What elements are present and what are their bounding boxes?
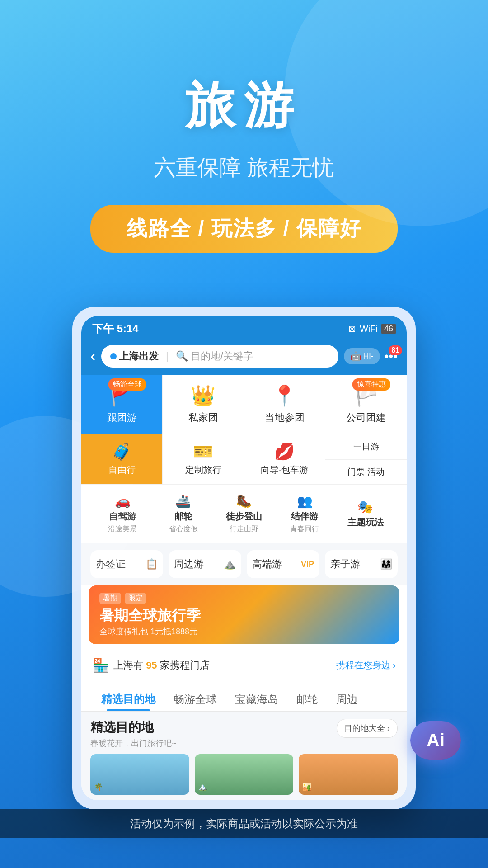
quick-links-section: 办签证 📋 周边游 ⛰️ 高端游 VIP 亲子游 👨‍👩‍👧 [81,543,407,585]
ai-button[interactable]: Ai [410,721,461,760]
nearby-icon: ⛰️ [224,558,236,570]
see-all-button[interactable]: 目的地大全 › [337,719,398,738]
menu-free-travel[interactable]: 🧳 自由行 [81,434,163,484]
menu-ticket-activity[interactable]: 门票·活动 [325,460,407,485]
status-time: 下午 5:14 [92,321,139,336]
service-companion[interactable]: 👥 结伴游 青春同行 [274,494,335,534]
menu-company-tour[interactable]: 惊喜特惠 🏳️ 公司团建 [325,375,407,434]
local-tour-icon: 📍 [272,384,297,407]
visa-icon: 📋 [145,558,158,570]
search-icon: 🔍 [176,350,188,362]
wifi-icon: WiFi [360,324,378,334]
back-button[interactable]: ‹ [90,347,96,366]
disclaimer-text: 活动仅为示例，实际商品或活动以实际公示为准 [0,809,488,838]
service-hiking[interactable]: 🥾 徒步登山 行走山野 [214,494,274,534]
vip-icon: VIP [301,560,314,569]
store-icon: 🏪 [92,657,109,673]
tab-bar: 精选目的地 畅游全球 宝藏海岛 邮轮 周边 [81,680,407,712]
companion-icon: 👥 [297,494,313,509]
selected-section: 精选目的地 春暖花开，出门旅行吧~ 目的地大全 › 🌴 🏔️ 🏜️ [81,712,407,800]
service-cruise[interactable]: 🚢 邮轮 省心度假 [153,494,213,534]
dest-card-3[interactable]: 🏜️ [299,754,398,795]
hero-badge: 线路全 / 玩法多 / 保障好 [90,205,398,253]
notification-badge: 81 [389,345,402,355]
tab-cruise[interactable]: 邮轮 [287,688,327,711]
status-icons: ⊠ WiFi 46 [348,323,396,334]
status-bar: 下午 5:14 ⊠ WiFi 46 [81,316,407,340]
quick-link-family[interactable]: 亲子游 👨‍👩‍👧 [325,550,398,578]
menu-guide-car[interactable]: 💋 向导·包车游 [244,434,325,484]
guide-icon: 💋 [274,442,295,461]
theme-icon: 🎭 [357,500,373,514]
section-title: 精选目的地 [90,719,177,736]
dest-card-2[interactable]: 🏔️ [195,754,294,795]
store-row: 🏪 上海有 95 家携程门店 携程在您身边 › [81,650,407,680]
private-tour-label: 私家团 [188,411,218,425]
search-bar[interactable]: 上海出发 | 🔍 目的地/关键字 [101,345,338,368]
menu-group-tour[interactable]: 畅游全球 🚩 跟团游 [81,375,163,434]
phone-mockup: 下午 5:14 ⊠ WiFi 46 ‹ 上海出发 | 🔍 [72,307,416,809]
destination-cards: 🌴 🏔️ 🏜️ [90,754,398,795]
cruise-icon: 🚢 [175,494,191,509]
banner-title: 暑期全球旅行季 [99,607,201,624]
hi-button[interactable]: 🤖 Hi- [344,348,380,364]
search-placeholder[interactable]: 🔍 目的地/关键字 [176,349,253,363]
group-tour-badge: 畅游全球 [108,378,146,391]
menu-custom-travel[interactable]: 🎫 定制旅行 [163,434,244,484]
top-menu-grid: 畅游全球 🚩 跟团游 👑 私家团 📍 当地参团 惊喜特惠 🏳️ 公司团建 [81,375,407,434]
group-tour-label: 跟团游 [107,411,137,425]
robot-icon: 🤖 [350,351,361,362]
nav-icons: 🤖 Hi- ••• 81 [344,348,398,364]
hiking-icon: 🥾 [236,494,252,509]
tab-island[interactable]: 宝藏海岛 [226,688,287,711]
dest-card-1[interactable]: 🌴 [90,754,189,795]
promo-banner[interactable]: 暑期 限定 暑期全球旅行季 全球度假礼包 1元抵1888元 [89,585,399,644]
right-mini-menu: 一日游 门票·活动 [325,434,407,484]
quick-link-luxury[interactable]: 高端游 VIP [247,550,319,578]
quick-link-nearby[interactable]: 周边游 ⛰️ [169,550,241,578]
tab-global[interactable]: 畅游全球 [164,688,226,711]
second-menu-grid: 🧳 自由行 🎫 定制旅行 💋 向导·包车游 一日游 门票·活动 [81,434,407,484]
store-link[interactable]: 携程在您身边 › [336,659,396,671]
custom-travel-icon: 🎫 [193,442,213,461]
banner-sub: 全球度假礼包 1元抵1888元 [99,626,201,637]
menu-local-tour[interactable]: 📍 当地参团 [244,375,325,434]
more-button[interactable]: ••• 81 [385,349,398,363]
phone-screen: 下午 5:14 ⊠ WiFi 46 ‹ 上海出发 | 🔍 [81,316,407,800]
departure-location[interactable]: 上海出发 [110,349,159,363]
signal-icon: ⊠ [348,323,356,334]
section-subtitle: 春暖花开，出门旅行吧~ [90,738,177,749]
service-theme[interactable]: 🎭 主题玩法 [335,500,396,528]
battery-icon: 46 [381,324,396,334]
company-tour-label: 公司团建 [346,411,386,425]
tab-nearby[interactable]: 周边 [327,688,367,711]
location-dot-icon [110,353,117,359]
tab-selected-dest[interactable]: 精选目的地 [92,688,164,711]
nav-bar: ‹ 上海出发 | 🔍 目的地/关键字 🤖 Hi- [81,340,407,375]
local-tour-label: 当地参团 [265,411,305,425]
company-tour-badge: 惊喜特惠 [352,378,390,391]
private-tour-icon: 👑 [191,384,216,407]
family-icon: 👨‍👩‍👧 [380,558,392,570]
free-travel-icon: 🧳 [112,442,132,461]
menu-oneday-tour[interactable]: 一日游 [325,434,407,460]
menu-private-tour[interactable]: 👑 私家团 [163,375,244,434]
